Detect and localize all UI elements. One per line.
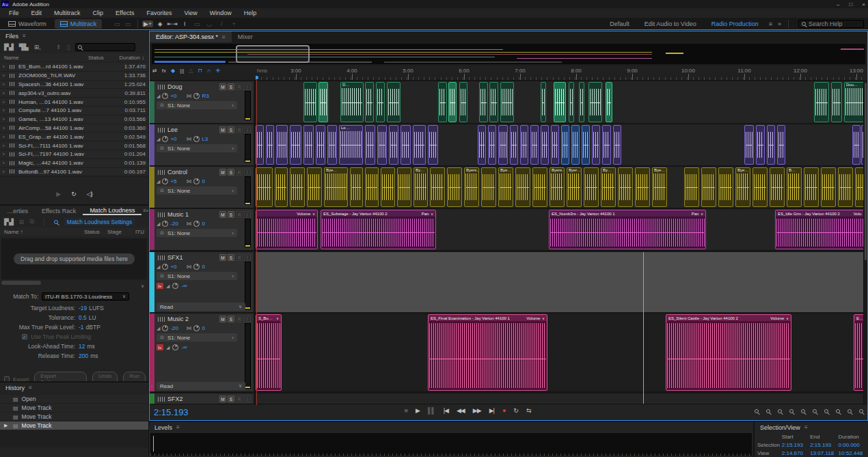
expand-chevron-icon[interactable]: › [3, 64, 7, 70]
snap-markers-icon[interactable]: ✛ [215, 68, 220, 74]
zoom-in-time-icon[interactable] [755, 409, 759, 413]
audio-clip[interactable]: B… [787, 167, 802, 207]
setting-value[interactable]: -19 [79, 305, 87, 311]
pan-value[interactable]: 0 [202, 325, 211, 331]
pan-value[interactable]: 0 [202, 221, 211, 227]
menu-edit[interactable]: Edit [25, 10, 49, 16]
column-name[interactable]: Name [4, 55, 88, 61]
volume-knob[interactable] [162, 264, 168, 270]
fx-icon[interactable]: fx [162, 68, 166, 74]
file-row[interactable]: ›ES_Burn…rd 44100 1.wav1:37.470 [0, 63, 148, 72]
workspace-default[interactable]: Default [610, 20, 629, 27]
audio-clip[interactable] [588, 82, 602, 122]
audio-clip[interactable] [861, 125, 863, 165]
pan-knob[interactable] [193, 325, 200, 331]
mute-button[interactable]: M [219, 254, 226, 261]
audio-clip[interactable]: Bye… [652, 167, 667, 207]
monitor-input-button[interactable]: I [244, 396, 251, 402]
track-name[interactable]: SFX2 [167, 396, 217, 402]
expand-chevron-icon[interactable]: › [3, 90, 7, 96]
audio-clip[interactable]: Le… [339, 125, 363, 165]
stop-button[interactable]: ■ [405, 407, 407, 414]
undo-button[interactable]: Undo [92, 372, 118, 381]
file-row[interactable]: ›ZOOM0006_TrLR.WAV1:33.736 [0, 72, 148, 81]
audio-clip[interactable] [744, 125, 754, 165]
zoom-out-time-icon[interactable] [766, 409, 770, 413]
track-lane[interactable]: Bye…By…Byers…Bye…Byers…Byer…By…Bye…Bye…B… [256, 167, 863, 208]
audio-clip[interactable]: ES_Si…∨ [854, 314, 863, 391]
file-row[interactable]: ›Sci-Fi,…7197 44100 1.wav0:01.204 [0, 150, 148, 159]
loop-playback-button[interactable]: ↻ [513, 407, 518, 414]
audio-clip[interactable]: S_Bu…∨ [256, 314, 282, 391]
snap-frames-icon[interactable]: ⊓ [198, 68, 202, 74]
duration-value[interactable]: 0:00.000 [839, 442, 867, 448]
audio-clip[interactable] [365, 125, 375, 165]
drop-zone[interactable]: Drag and drop supported media files here [1, 238, 147, 279]
setting-value[interactable]: 12 [79, 343, 85, 350]
record-arm-icon[interactable]: I+ [157, 283, 163, 289]
metronome-icon[interactable]: △ [189, 68, 193, 74]
crossfade-icon[interactable]: ⇄ [152, 68, 157, 74]
arm-record-button[interactable]: R [236, 254, 243, 261]
volume-value[interactable]: +0 [170, 264, 180, 270]
help-search-input[interactable]: Search Help [798, 20, 864, 28]
audio-clip[interactable] [401, 125, 411, 165]
expand-chevron-icon[interactable]: › [3, 134, 7, 140]
clip-envelope-dropdown[interactable]: Volume∨ [770, 316, 789, 320]
start-value[interactable]: 2:15.193 [782, 442, 810, 448]
multitrack-view-button[interactable]: Multitrack [55, 19, 103, 29]
menu-window[interactable]: Window [204, 10, 238, 16]
audio-clip[interactable] [520, 125, 528, 165]
paintbrush-selection-tool[interactable]: / [216, 20, 227, 27]
new-item-icon[interactable]: ⊞, [34, 44, 41, 51]
zoom-in-amplitude-icon[interactable] [778, 409, 782, 413]
tab-effects-rack[interactable]: Effects Rack [35, 208, 83, 214]
audio-clip[interactable] [767, 125, 775, 165]
audio-clip[interactable] [831, 82, 842, 122]
files-search-input[interactable] [75, 43, 135, 51]
auto-play-icon[interactable]: ◁) [87, 191, 92, 197]
column-stage[interactable]: Stage [107, 229, 131, 235]
audio-clip[interactable] [569, 82, 574, 122]
audio-clip[interactable] [428, 125, 438, 165]
track-header[interactable]: SFX2MSRI [150, 393, 254, 404]
audio-clip[interactable] [303, 125, 314, 165]
pan-value[interactable]: L3 [202, 136, 211, 142]
audio-clip[interactable] [275, 167, 288, 207]
audio-clip[interactable] [290, 125, 301, 165]
audio-clip[interactable] [448, 82, 457, 122]
pan-knob[interactable] [193, 221, 200, 227]
column-itu[interactable]: ITU [131, 229, 144, 235]
audio-clip[interactable] [770, 167, 785, 207]
sends-selector[interactable]: ⊙S1: None› [157, 229, 237, 237]
analyze-icon[interactable] [54, 220, 58, 224]
export-checkbox[interactable] [4, 376, 10, 381]
zoom-to-selection-icon[interactable] [813, 409, 817, 413]
arm-record-button[interactable]: R [236, 126, 243, 133]
sends-selector[interactable]: ⊙S1: None› [157, 272, 237, 280]
expand-chevron-icon[interactable]: › [3, 125, 7, 131]
track-lane[interactable]: S_Bu…∨ES_Final Examination - Jay Varton … [256, 314, 863, 391]
mixer-tab[interactable]: Mixer [232, 31, 259, 42]
zoom-out-amplitude-icon[interactable] [789, 409, 794, 413]
tab-match-loudness[interactable]: Match Loudness [83, 207, 141, 215]
workspace-overflow-icon[interactable]: » [778, 20, 781, 27]
volume-knob[interactable] [162, 93, 168, 99]
audio-clip[interactable] [554, 82, 566, 122]
track-lane[interactable]: Volume∨ES_Substage - Jay Varton 44100 2P… [256, 209, 863, 250]
file-row[interactable]: ›Spacesh…36 44100 1.wav1:25.024 [0, 81, 148, 89]
mute-button[interactable]: M [219, 169, 226, 176]
panel-overflow-icon[interactable]: » [146, 208, 148, 214]
panel-menu-icon[interactable]: ≡ [29, 385, 32, 391]
audio-clip[interactable] [579, 82, 584, 122]
setting-value[interactable]: 0.5 [79, 314, 87, 321]
audio-clip[interactable] [606, 82, 612, 122]
file-row[interactable]: ›Human, …01 44100 1.wav0:10.955 [0, 98, 148, 107]
audio-clip[interactable] [377, 125, 387, 165]
menu-view[interactable]: View [178, 10, 203, 16]
audio-clip[interactable] [821, 167, 836, 207]
expand-chevron-icon[interactable]: › [3, 72, 7, 79]
open-file-icon[interactable]: ▛▟ [4, 44, 14, 51]
arm-record-button[interactable]: R [236, 316, 243, 322]
lasso-selection-tool[interactable]: ◡ [204, 20, 215, 27]
